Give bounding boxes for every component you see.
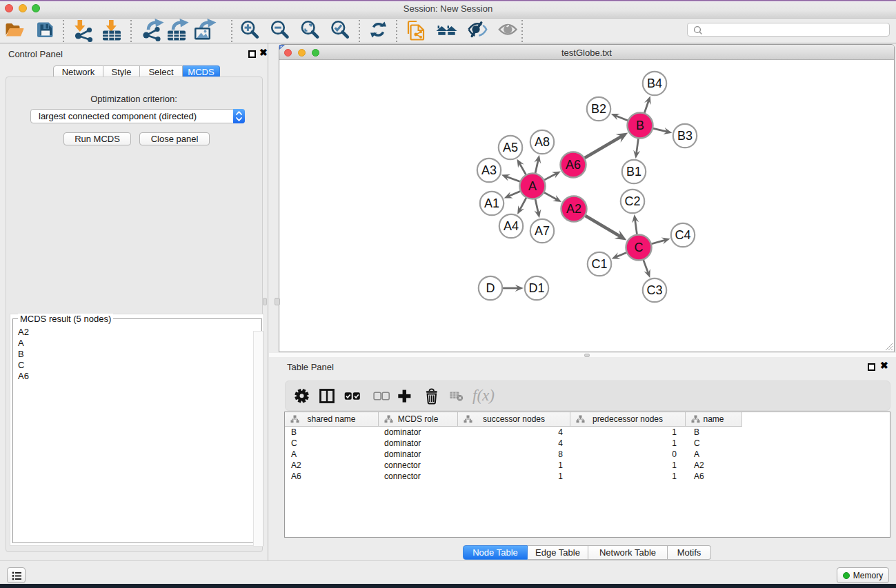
- svg-text:A1: A1: [484, 196, 499, 210]
- svg-text:A: A: [528, 179, 537, 193]
- svg-text:A5: A5: [503, 141, 518, 154]
- svg-text:D: D: [486, 281, 495, 295]
- svg-text:B1: B1: [626, 165, 641, 179]
- svg-text:A2: A2: [566, 202, 581, 216]
- svg-text:C: C: [635, 241, 644, 254]
- svg-text:C3: C3: [646, 283, 662, 297]
- svg-text:A8: A8: [535, 135, 550, 149]
- svg-text:A6: A6: [566, 158, 581, 172]
- svg-text:f(x): f(x): [472, 387, 495, 404]
- svg-text:C4: C4: [675, 228, 690, 242]
- svg-text:B2: B2: [591, 102, 606, 116]
- svg-text:A4: A4: [504, 219, 519, 233]
- svg-text:A3: A3: [481, 163, 497, 177]
- svg-text:B: B: [636, 119, 644, 132]
- svg-text:B3: B3: [677, 129, 693, 143]
- svg-text:A7: A7: [535, 224, 550, 238]
- svg-text:B4: B4: [647, 77, 662, 90]
- svg-text:C1: C1: [591, 257, 607, 271]
- svg-text:C2: C2: [624, 194, 640, 208]
- svg-text:D1: D1: [528, 281, 544, 295]
